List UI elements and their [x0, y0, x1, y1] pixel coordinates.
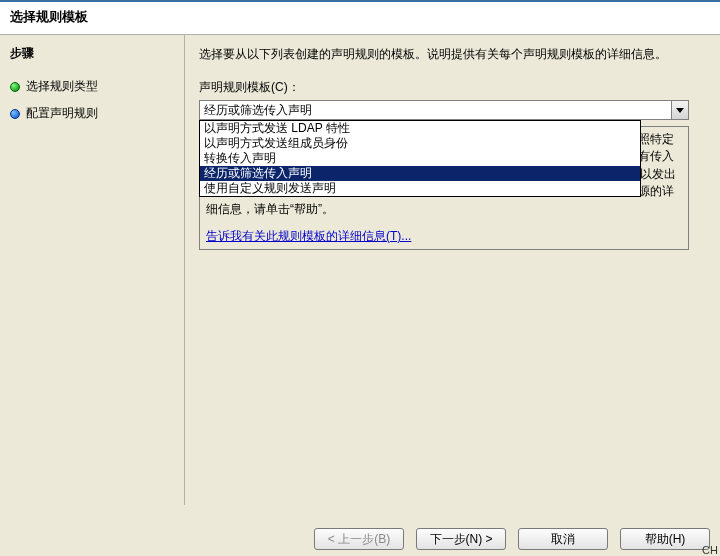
template-info-link[interactable]: 告诉我有关此规则模板的详细信息(T)... [206, 228, 411, 245]
ime-indicator: CH [702, 544, 718, 556]
next-button[interactable]: 下一步(N) > [416, 528, 506, 550]
intro-text: 选择要从以下列表创建的声明规则的模板。说明提供有关每个声明规则模板的详细信息。 [199, 45, 706, 63]
combo-box[interactable]: 经历或筛选传入声明 [199, 100, 689, 120]
claim-rule-template-combo[interactable]: 经历或筛选传入声明 以声明方式发送 LDAP 特性 以声明方式发送组成员身份 转… [199, 100, 689, 120]
step-done-icon [10, 82, 20, 92]
sidebar-item-configure-claim-rule[interactable]: 配置声明规则 [10, 105, 174, 122]
combo-option[interactable]: 转换传入声明 [200, 151, 640, 166]
combo-dropdown-button[interactable] [671, 101, 688, 119]
combo-selected-text: 经历或筛选传入声明 [200, 102, 671, 119]
combo-option[interactable]: 以声明方式发送 LDAP 特性 [200, 121, 640, 136]
combo-option-selected[interactable]: 经历或筛选传入声明 [200, 166, 640, 181]
sidebar-heading: 步骤 [10, 45, 174, 62]
sidebar-item-select-rule-type[interactable]: 选择规则类型 [10, 78, 174, 95]
combo-dropdown-list: 以声明方式发送 LDAP 特性 以声明方式发送组成员身份 转换传入声明 经历或筛… [199, 120, 641, 197]
main-panel: 选择要从以下列表创建的声明规则的模板。说明提供有关每个声明规则模板的详细信息。 … [185, 35, 720, 505]
cancel-button[interactable]: 取消 [518, 528, 608, 550]
sidebar: 步骤 选择规则类型 配置声明规则 [0, 35, 185, 505]
combo-option[interactable]: 使用自定义规则发送声明 [200, 181, 640, 196]
step-current-icon [10, 109, 20, 119]
page-title: 选择规则模板 [10, 8, 710, 26]
chevron-down-icon [676, 108, 684, 113]
combo-label: 声明规则模板(C)： [199, 79, 706, 96]
content-row: 步骤 选择规则类型 配置声明规则 选择要从以下列表创建的声明规则的模板。说明提供… [0, 35, 720, 505]
sidebar-item-label: 选择规则类型 [26, 78, 98, 95]
wizard-window: 选择规则模板 步骤 选择规则类型 配置声明规则 选择要从以下列表创建的声明规则的… [0, 0, 720, 556]
sidebar-item-label: 配置声明规则 [26, 105, 98, 122]
wizard-button-row: < 上一步(B) 下一步(N) > 取消 帮助(H) [314, 528, 710, 550]
help-button[interactable]: 帮助(H) [620, 528, 710, 550]
title-bar: 选择规则模板 [0, 2, 720, 35]
combo-option[interactable]: 以声明方式发送组成员身份 [200, 136, 640, 151]
back-button: < 上一步(B) [314, 528, 404, 550]
